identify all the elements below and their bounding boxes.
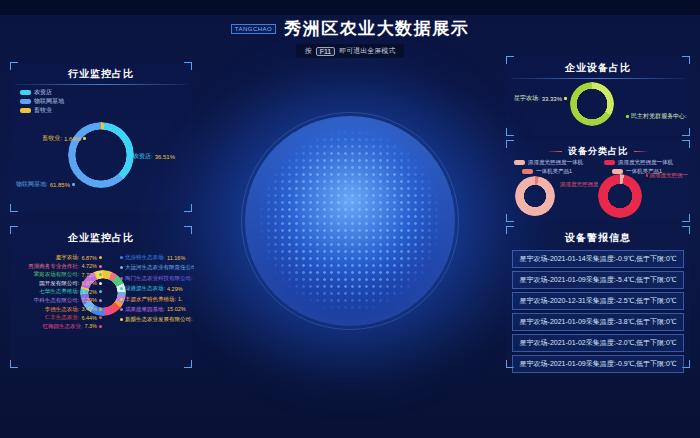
callout-marker (99, 316, 102, 319)
industry-donut-chart[interactable] (68, 122, 134, 188)
legend-item[interactable]: 温湿度光照强度一体机 (604, 159, 673, 166)
logo-badge: TANGCHAO (231, 24, 277, 34)
device-class-donut-left[interactable] (515, 176, 555, 216)
callout-marker (120, 298, 123, 301)
callout-marker (120, 318, 123, 321)
corner-decoration (506, 140, 514, 148)
callout-label: 家庭农场有限公司7.72% (34, 271, 102, 278)
fullscreen-hint: 按 F11 即可退出全屏模式 (296, 44, 405, 58)
globe-visualization (245, 116, 455, 326)
callout-name: 温湿度光照强一 (650, 172, 689, 179)
corner-decoration (506, 214, 514, 222)
callout-marker (83, 137, 86, 140)
callout-value: 33.33% (542, 96, 562, 102)
legend-chip (20, 90, 31, 95)
callout-marker (120, 277, 123, 280)
callout-marker (564, 97, 567, 100)
legend-item[interactable]: 温湿度光照强度一体机 (514, 159, 583, 166)
callout-label: 民主村党群服务中心 (626, 112, 687, 121)
panel-title: 设备警报信息 (506, 226, 690, 245)
callout-label: 李强生态农场3.42% (45, 306, 102, 313)
corner-decoration (506, 56, 514, 64)
dashboard: TANGCHAO 秀洲区农业大数据展示 按 F11 即可退出全屏模式 行业监控占… (0, 0, 700, 438)
callout-label: 农资店 36.51% (128, 152, 175, 161)
callout-label: 绿港源生态农场4.29% (120, 285, 183, 292)
callout-name: 物联网基地 (16, 180, 48, 189)
callout-label: 成果蔬菜园基地15.02% (120, 306, 186, 313)
alarm-row: 星宇农场-2021-01-09采集温度:-3.8℃,低于下限:0℃ (512, 313, 684, 331)
callout-label: 新颜生态农业发展有限公司6.87% (120, 316, 194, 323)
panel-title: 设备分类占比 (568, 145, 628, 158)
callout-marker (120, 266, 123, 269)
corner-decoration (682, 226, 690, 234)
callout-label: 秀湖商务专业合作社4.72% (28, 263, 102, 270)
callout-marker (120, 287, 123, 290)
panel-title: 行业监控占比 (10, 62, 192, 81)
title-underline (15, 84, 187, 85)
callout-name: 畜牧业 (42, 134, 62, 143)
enterprise-labels-left: 星宇农场6.87% 秀湖商务专业合作社4.72% 家庭农场有限公司7.72% 国… (12, 254, 102, 330)
legend-chip (514, 160, 525, 165)
alarm-row: 星宇农场-2021-01-14采集温度:-0.9℃,低于下限:0℃ (512, 250, 684, 268)
callout-marker (99, 290, 102, 293)
legend-label: 农资店 (34, 88, 52, 97)
equipment-donut-chart[interactable] (570, 82, 614, 126)
callout-marker (99, 325, 102, 328)
panel-enterprise-monitor-ratio: 企业监控占比 星宇农场6.87% 秀湖商务专业合作社4.72% 家庭农场有限公司… (10, 226, 192, 368)
callout-label: 丰源水产特色养殖场1. (120, 296, 183, 303)
callout-marker (99, 256, 102, 259)
corner-decoration (10, 226, 18, 234)
callout-marker (646, 174, 648, 177)
corner-decoration (506, 128, 514, 136)
callout-marker (99, 282, 102, 285)
legend-item[interactable]: 畜牧业 (20, 106, 64, 115)
legend-item[interactable]: 物联网基地 (20, 97, 64, 106)
callout-label: 畜牧业 1.64% (24, 134, 86, 143)
panel-equipment-ratio: 企业设备占比 星宇农场 33.33% 民主村党群服务中心 (506, 56, 690, 136)
device-class-donut-right[interactable] (598, 174, 642, 218)
legend-label: 温湿度光照强度一体机 (528, 159, 583, 166)
panel-industry-monitor-ratio: 行业监控占比 农资店 物联网基地 畜牧业 畜牧业 1.64% 农资店 36.51… (10, 62, 192, 212)
corner-decoration (184, 62, 192, 70)
callout-label: 温湿度光照强一 (646, 172, 688, 179)
globe-rim (241, 112, 459, 330)
callout-label: 星宇农场 33.33% (514, 94, 567, 103)
legend-item[interactable]: 农资店 (20, 88, 64, 97)
legend-label: 温湿度光照强度一体机 (618, 159, 673, 166)
callout-label: 中科生态有限公司7.29% (34, 297, 102, 304)
callout-label: 仁丰生态农业6.44% (45, 314, 102, 321)
callout-marker (128, 155, 131, 158)
callout-label: 国开发有限公司6.87% (39, 280, 102, 287)
alarm-row: 星宇农场-2021-01-09采集温度:-5.4℃,低于下限:0℃ (512, 271, 684, 289)
callout-marker (99, 308, 102, 311)
legend-item[interactable]: 一体机类产品1 (514, 168, 583, 175)
alarm-list: 星宇农场-2021-01-14采集温度:-0.9℃,低于下限:0℃ 星宇农场-2… (506, 250, 690, 376)
corner-decoration (10, 62, 18, 70)
corner-decoration (682, 140, 690, 148)
callout-marker (72, 183, 75, 186)
callout-label: 星宇农场6.87% (56, 254, 102, 261)
callout-marker (99, 273, 102, 276)
callout-label: 北汾特生态农场11.16% (120, 254, 185, 261)
device-legend-left: 温湿度光照强度一体机 一体机类产品1 (514, 159, 583, 175)
legend-label: 一体机类产品1 (536, 168, 572, 175)
callout-name: 星宇农场 (514, 94, 540, 103)
callout-name: 温湿度光照强度一 (560, 181, 598, 188)
corner-decoration (10, 204, 18, 212)
corner-decoration (10, 360, 18, 368)
callout-label: 七华生态养殖场1.72% (39, 288, 102, 295)
alarm-row: 星宇农场-2020-12-31采集温度:-2.5℃,低于下限:0℃ (512, 292, 684, 310)
panel-title-row: 设备分类占比 (506, 140, 690, 158)
callout-label: 大运河生态农业有限责任公司 (120, 264, 194, 271)
callout-marker (120, 308, 123, 311)
callout-marker (99, 265, 102, 268)
red-dash-decoration (547, 151, 562, 152)
callout-name: 民主村党群服务中心 (631, 112, 687, 121)
legend-chip (20, 99, 31, 104)
corner-decoration (184, 204, 192, 212)
panel-device-classification: 设备分类占比 温湿度光照强度一体机 一体机类产品1 温湿度光照强度一体机 一体机… (506, 140, 690, 222)
legend-chip (604, 160, 615, 165)
header-top-band (0, 0, 700, 15)
corner-decoration (184, 226, 192, 234)
callout-marker (99, 299, 102, 302)
